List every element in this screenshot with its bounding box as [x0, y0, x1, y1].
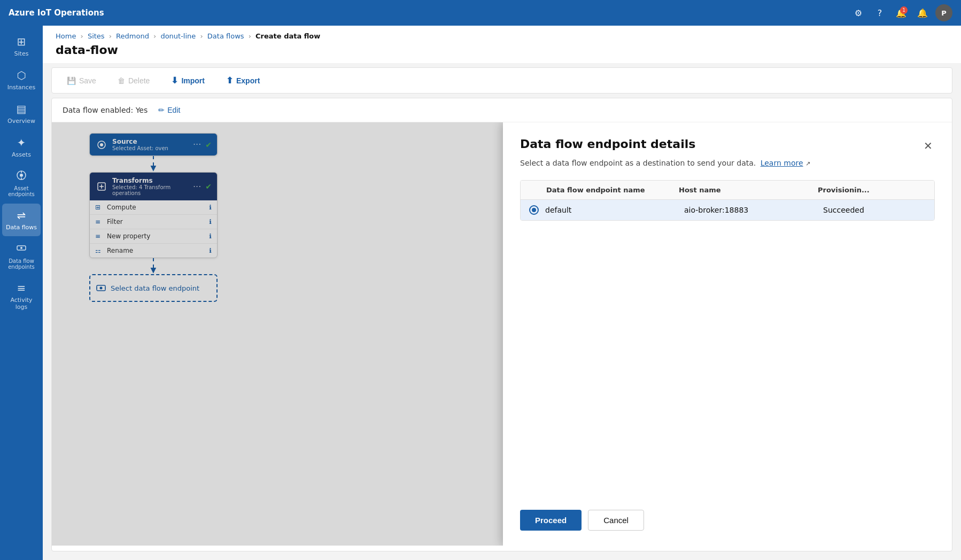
sidebar-item-label: Instances [7, 84, 36, 91]
breadcrumb: Home › Sites › Redmond › donut-line › Da… [43, 26, 961, 40]
breadcrumb-sites[interactable]: Sites [88, 32, 105, 40]
proceed-button[interactable]: Proceed [520, 510, 582, 531]
col-prov-header: Provisionin... [818, 186, 926, 194]
table-header: Data flow endpoint name Host name Provis… [521, 181, 934, 200]
delete-button[interactable]: 🗑 Delete [113, 74, 154, 87]
import-button[interactable]: ⬇ Import [167, 73, 209, 88]
sidebar-item-activity-logs[interactable]: ≡ Activity logs [2, 276, 41, 316]
page-title: data-flow [43, 40, 961, 63]
sidebar-item-overview[interactable]: ▤ Overview [2, 97, 41, 130]
data-flows-icon: ⇌ [17, 209, 26, 222]
avatar[interactable]: P [935, 4, 952, 21]
sidebar: ⊞ Sites ⬡ Instances ▤ Overview ✦ Assets [0, 26, 43, 560]
overlay-backdrop: Data flow endpoint details ✕ Select a da… [52, 122, 952, 546]
toolbar: 💾 Save 🗑 Delete ⬇ Import ⬆ Export [51, 67, 952, 94]
breadcrumb-redmond[interactable]: Redmond [116, 32, 149, 40]
data-flow-endpoints-icon [16, 243, 27, 256]
flow-section: Data flow enabled: Yes ✏ Edit [51, 98, 952, 551]
row-radio-default[interactable] [529, 205, 539, 215]
panel-title: Data flow endpoint details [520, 137, 921, 151]
panel-header: Data flow endpoint details ✕ [520, 137, 935, 154]
panel-close-button[interactable]: ✕ [921, 137, 935, 154]
sidebar-item-asset-endpoints[interactable]: Asset endpoints [2, 165, 41, 203]
delete-icon: 🗑 [118, 76, 125, 85]
svg-point-1 [20, 174, 23, 177]
app-title: Azure IoT Operations [9, 8, 850, 18]
external-link-icon: ↗ [805, 160, 810, 167]
breadcrumb-current: Create data flow [255, 32, 320, 40]
edit-button[interactable]: ✏ Edit [158, 106, 180, 114]
learn-more-link[interactable]: Learn more [761, 159, 803, 167]
export-button[interactable]: ⬆ Export [222, 73, 264, 88]
import-icon: ⬇ [171, 75, 178, 85]
instances-icon: ⬡ [17, 69, 26, 82]
bell-icon[interactable]: 🔔 [914, 4, 931, 21]
assets-icon: ✦ [17, 136, 26, 149]
sidebar-item-data-flows[interactable]: ⇌ Data flows [2, 204, 41, 236]
sidebar-item-assets[interactable]: ✦ Assets [2, 131, 41, 164]
col-name-header: Data flow endpoint name [529, 186, 679, 194]
svg-point-5 [20, 247, 22, 249]
save-button[interactable]: 💾 Save [63, 74, 100, 87]
notification-badge: 1 [900, 6, 908, 14]
gear-icon[interactable]: ⚙ [850, 4, 867, 21]
sidebar-item-sites[interactable]: ⊞ Sites [2, 30, 41, 63]
endpoint-details-panel: Data flow endpoint details ✕ Select a da… [503, 122, 952, 546]
activity-logs-icon: ≡ [17, 282, 26, 294]
breadcrumb-donut-line[interactable]: donut-line [160, 32, 196, 40]
help-icon[interactable]: ? [871, 4, 888, 21]
sidebar-item-label: Asset endpoints [5, 185, 37, 197]
sidebar-item-data-flow-endpoints[interactable]: Data flow endpoints [2, 237, 41, 275]
export-icon: ⬆ [226, 75, 233, 85]
save-icon: 💾 [67, 76, 76, 85]
panel-description: Select a data flow endpoint as a destina… [520, 159, 935, 167]
breadcrumb-data-flows[interactable]: Data flows [207, 32, 244, 40]
content-area: Home › Sites › Redmond › donut-line › Da… [43, 26, 961, 560]
col-host-header: Host name [679, 186, 818, 194]
flow-enabled-label: Data flow enabled: Yes [63, 106, 148, 114]
edit-icon: ✏ [158, 106, 165, 114]
sidebar-item-label: Assets [12, 151, 31, 158]
sidebar-item-label: Data flow endpoints [5, 258, 37, 270]
notification-icon[interactable]: 🔔 1 [893, 4, 910, 21]
topnav: Azure IoT Operations ⚙ ? 🔔 1 🔔 P [0, 0, 961, 26]
breadcrumb-home[interactable]: Home [56, 32, 76, 40]
sidebar-item-label: Sites [14, 50, 29, 57]
sidebar-item-label: Activity logs [5, 297, 37, 310]
asset-endpoints-icon [16, 170, 27, 183]
main-layout: ⊞ Sites ⬡ Instances ▤ Overview ✦ Assets [0, 26, 961, 560]
radio-inner [532, 208, 536, 212]
cell-host-name: aio-broker:18883 [684, 206, 823, 214]
sidebar-item-label: Overview [7, 118, 35, 125]
sidebar-item-label: Data flows [6, 224, 37, 231]
cancel-button[interactable]: Cancel [588, 510, 644, 531]
endpoint-table: Data flow endpoint name Host name Provis… [520, 180, 935, 221]
panel-footer: Proceed Cancel [520, 497, 935, 531]
sidebar-item-instances[interactable]: ⬡ Instances [2, 64, 41, 96]
table-row[interactable]: default aio-broker:18883 Succeeded [521, 200, 934, 220]
flow-canvas: Source Selected Asset: oven ··· ✔ ▼ [52, 122, 952, 546]
cell-endpoint-name: default [545, 206, 684, 214]
sites-icon: ⊞ [17, 35, 26, 48]
flow-header: Data flow enabled: Yes ✏ Edit [52, 98, 952, 122]
cell-provisioning: Succeeded [823, 206, 926, 214]
topnav-icons: ⚙ ? 🔔 1 🔔 P [850, 4, 952, 21]
overview-icon: ▤ [17, 103, 27, 115]
